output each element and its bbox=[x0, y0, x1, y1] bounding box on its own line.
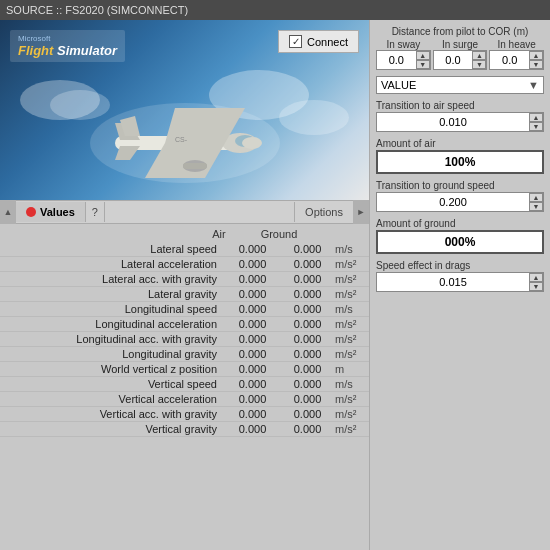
value-dropdown[interactable]: VALUE ▼ bbox=[376, 76, 544, 94]
sway-col: In sway ▲ ▼ bbox=[376, 39, 431, 70]
speed-drags-spinbox-btns: ▲ ▼ bbox=[529, 273, 543, 291]
sway-down-btn[interactable]: ▼ bbox=[416, 60, 430, 69]
table-header-row: Air Ground bbox=[0, 224, 369, 242]
heave-col: In heave ▲ ▼ bbox=[489, 39, 544, 70]
table-row: Vertical gravity 0.000 0.000 m/s² bbox=[0, 422, 369, 437]
row-unit: m/s² bbox=[335, 408, 365, 420]
dropdown-arrow-icon: ▼ bbox=[528, 79, 539, 91]
row-ground-val: 0.000 bbox=[280, 303, 335, 315]
transition-ground-spinbox[interactable]: ▲ ▼ bbox=[376, 192, 544, 212]
heave-spinbox[interactable]: ▲ ▼ bbox=[489, 50, 544, 70]
row-air-val: 0.000 bbox=[225, 243, 280, 255]
row-air-val: 0.000 bbox=[225, 348, 280, 360]
row-label: Longitudinal acc. with gravity bbox=[4, 333, 225, 345]
row-unit: m/s bbox=[335, 378, 365, 390]
surge-spinbox[interactable]: ▲ ▼ bbox=[433, 50, 488, 70]
row-air-val: 0.000 bbox=[225, 288, 280, 300]
row-air-val: 0.000 bbox=[225, 393, 280, 405]
speed-drags-down-btn[interactable]: ▼ bbox=[529, 282, 543, 291]
table-row: Vertical acc. with gravity 0.000 0.000 m… bbox=[0, 407, 369, 422]
amount-air-value: 100% bbox=[376, 150, 544, 174]
sway-up-btn[interactable]: ▲ bbox=[416, 51, 430, 60]
dropdown-value-label: VALUE bbox=[381, 79, 416, 91]
title-bar: SOURCE :: FS2020 (SIMCONNECT) bbox=[0, 0, 550, 20]
connect-button[interactable]: ✓ Connect bbox=[278, 30, 359, 53]
transition-ground-input[interactable] bbox=[377, 194, 529, 210]
row-air-val: 0.000 bbox=[225, 318, 280, 330]
microsoft-label: Microsoft bbox=[18, 34, 117, 43]
transition-air-spinbox[interactable]: ▲ ▼ bbox=[376, 112, 544, 132]
speed-drags-spinbox[interactable]: ▲ ▼ bbox=[376, 272, 544, 292]
transition-ground-group: Transition to ground speed ▲ ▼ bbox=[376, 180, 544, 212]
surge-up-btn[interactable]: ▲ bbox=[472, 51, 486, 60]
transition-air-input[interactable] bbox=[377, 114, 529, 130]
speed-drags-input[interactable] bbox=[377, 274, 529, 290]
heave-down-btn[interactable]: ▼ bbox=[529, 60, 543, 69]
trans-air-up-btn[interactable]: ▲ bbox=[529, 113, 543, 122]
row-label: World vertical z position bbox=[4, 363, 225, 375]
row-label: Lateral acceleration bbox=[4, 258, 225, 270]
tab-help[interactable]: ? bbox=[86, 202, 105, 222]
tab-options[interactable]: Options bbox=[294, 202, 353, 222]
row-label: Vertical acc. with gravity bbox=[4, 408, 225, 420]
row-unit: m/s² bbox=[335, 258, 365, 270]
distance-group: Distance from pilot to COR (m) In sway ▲… bbox=[376, 26, 544, 70]
table-row: Longitudinal gravity 0.000 0.000 m/s² bbox=[0, 347, 369, 362]
speed-drags-up-btn[interactable]: ▲ bbox=[529, 273, 543, 282]
red-dot-indicator bbox=[26, 207, 36, 217]
col-header-ground: Ground bbox=[249, 228, 309, 240]
table-row: World vertical z position 0.000 0.000 m bbox=[0, 362, 369, 377]
row-ground-val: 0.000 bbox=[280, 333, 335, 345]
heave-up-btn[interactable]: ▲ bbox=[529, 51, 543, 60]
table-row: Lateral gravity 0.000 0.000 m/s² bbox=[0, 287, 369, 302]
row-unit: m/s bbox=[335, 303, 365, 315]
table-row: Lateral acceleration 0.000 0.000 m/s² bbox=[0, 257, 369, 272]
table-row: Vertical speed 0.000 0.000 m/s bbox=[0, 377, 369, 392]
row-unit: m bbox=[335, 363, 365, 375]
row-label: Lateral gravity bbox=[4, 288, 225, 300]
row-air-val: 0.000 bbox=[225, 408, 280, 420]
row-label: Vertical speed bbox=[4, 378, 225, 390]
data-table-area: Air Ground Lateral speed 0.000 0.000 m/s… bbox=[0, 224, 369, 550]
row-ground-val: 0.000 bbox=[280, 288, 335, 300]
heave-label: In heave bbox=[497, 39, 535, 50]
sway-spinbox-btns: ▲ ▼ bbox=[416, 51, 430, 69]
tab-right-arrow[interactable]: ► bbox=[353, 200, 369, 224]
surge-input[interactable] bbox=[434, 53, 473, 67]
heave-spinbox-btns: ▲ ▼ bbox=[529, 51, 543, 69]
row-unit: m/s² bbox=[335, 288, 365, 300]
row-ground-val: 0.000 bbox=[280, 393, 335, 405]
row-unit: m/s² bbox=[335, 348, 365, 360]
row-air-val: 0.000 bbox=[225, 423, 280, 435]
trans-gnd-spinbox-btns: ▲ ▼ bbox=[529, 193, 543, 211]
table-row: Lateral speed 0.000 0.000 m/s bbox=[0, 242, 369, 257]
airplane-image: CS- bbox=[85, 98, 285, 190]
svg-text:CS-: CS- bbox=[175, 136, 188, 143]
flight-simulator-banner: Microsoft Flight Simulator ✓ Connect bbox=[0, 20, 369, 200]
row-label: Longitudinal speed bbox=[4, 303, 225, 315]
tabs-bar: ▲ Values ? Options ► bbox=[0, 200, 369, 224]
row-ground-val: 0.000 bbox=[280, 348, 335, 360]
tab-values[interactable]: Values bbox=[16, 202, 86, 222]
trans-air-down-btn[interactable]: ▼ bbox=[529, 122, 543, 131]
trans-gnd-up-btn[interactable]: ▲ bbox=[529, 193, 543, 202]
row-ground-val: 0.000 bbox=[280, 258, 335, 270]
heave-input[interactable] bbox=[490, 53, 529, 67]
speed-drags-label: Speed effect in drags bbox=[376, 260, 544, 271]
amount-air-group: Amount of air 100% bbox=[376, 138, 544, 174]
table-row: Longitudinal acc. with gravity 0.000 0.0… bbox=[0, 332, 369, 347]
table-row: Longitudinal acceleration 0.000 0.000 m/… bbox=[0, 317, 369, 332]
svg-point-4 bbox=[242, 137, 262, 149]
col-header-air: Air bbox=[189, 228, 249, 240]
sway-input[interactable] bbox=[377, 53, 416, 67]
sway-spinbox[interactable]: ▲ ▼ bbox=[376, 50, 431, 70]
right-panel: Distance from pilot to COR (m) In sway ▲… bbox=[370, 20, 550, 550]
row-ground-val: 0.000 bbox=[280, 243, 335, 255]
title-text: SOURCE :: FS2020 (SIMCONNECT) bbox=[6, 4, 188, 16]
connect-checkbox[interactable]: ✓ bbox=[289, 35, 302, 48]
amount-ground-value: 000% bbox=[376, 230, 544, 254]
row-ground-val: 0.000 bbox=[280, 273, 335, 285]
tab-left-arrow[interactable]: ▲ bbox=[0, 200, 16, 224]
trans-gnd-down-btn[interactable]: ▼ bbox=[529, 202, 543, 211]
surge-down-btn[interactable]: ▼ bbox=[472, 60, 486, 69]
